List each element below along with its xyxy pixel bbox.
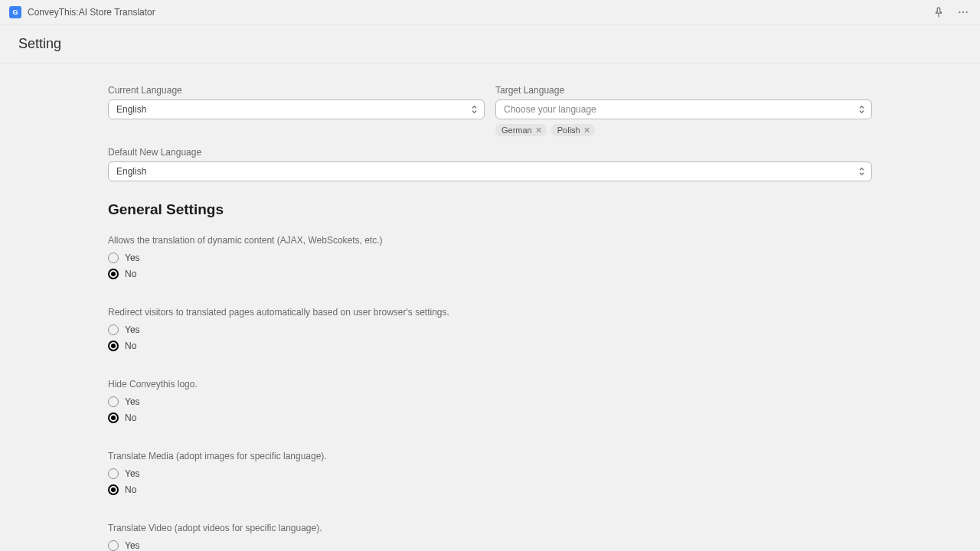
general-settings-heading: General Settings xyxy=(108,201,872,218)
radio-icon xyxy=(108,324,119,335)
chevron-sort-icon xyxy=(471,105,478,114)
setting-group: Translate Video (adopt videos for specif… xyxy=(108,523,872,551)
radio-label: No xyxy=(125,484,136,495)
radio-option[interactable]: Yes xyxy=(108,396,872,407)
language-tag: Polish✕ xyxy=(551,124,595,136)
more-icon[interactable] xyxy=(956,5,971,20)
current-language-label: Current Language xyxy=(108,85,485,96)
radio-option[interactable]: No xyxy=(108,341,872,351)
setting-label: Hide Conveythis logo. xyxy=(108,379,872,390)
default-new-language-value: English xyxy=(116,166,146,177)
radio-icon xyxy=(108,341,119,351)
setting-group: Allows the translation of dynamic conten… xyxy=(108,235,872,279)
language-tag: German✕ xyxy=(495,124,547,136)
radio-label: Yes xyxy=(125,253,140,263)
target-language-placeholder: Choose your language xyxy=(504,104,596,115)
app-title: ConveyThis:AI Store Translator xyxy=(28,7,155,18)
default-new-language-select[interactable]: English xyxy=(108,161,872,181)
radio-label: No xyxy=(125,341,136,351)
radio-icon xyxy=(108,540,119,551)
setting-label: Translate Media (adopt images for specif… xyxy=(108,451,872,461)
radio-option[interactable]: No xyxy=(108,484,872,495)
setting-label: Allows the translation of dynamic conten… xyxy=(108,235,872,246)
radio-label: No xyxy=(125,269,136,279)
content-area: Current Language English Target Language… xyxy=(108,64,872,551)
svg-point-0 xyxy=(959,11,960,13)
radio-option[interactable]: Yes xyxy=(108,324,872,335)
setting-group: Translate Media (adopt images for specif… xyxy=(108,451,872,495)
radio-icon xyxy=(108,484,119,495)
page-title: Setting xyxy=(18,36,962,52)
target-language-label: Target Language xyxy=(495,85,872,96)
setting-label: Translate Video (adopt videos for specif… xyxy=(108,523,872,533)
radio-label: Yes xyxy=(125,540,140,551)
radio-option[interactable]: No xyxy=(108,412,872,423)
setting-group: Redirect visitors to translated pages au… xyxy=(108,307,872,351)
radio-label: Yes xyxy=(125,324,140,335)
page-header: Setting xyxy=(0,25,980,64)
target-language-tags: German✕Polish✕ xyxy=(495,124,872,136)
radio-option[interactable]: No xyxy=(108,269,872,279)
language-tag-label: Polish xyxy=(557,126,580,135)
radio-icon xyxy=(108,468,119,479)
top-bar: G ConveyThis:AI Store Translator xyxy=(0,0,980,25)
radio-label: Yes xyxy=(125,468,140,479)
radio-option[interactable]: Yes xyxy=(108,540,872,551)
current-language-select[interactable]: English xyxy=(108,99,485,119)
chevron-sort-icon xyxy=(858,167,865,176)
target-language-select[interactable]: Choose your language xyxy=(495,99,872,119)
default-new-language-label: Default New Language xyxy=(108,147,872,158)
close-icon[interactable]: ✕ xyxy=(535,126,542,135)
radio-icon xyxy=(108,396,119,407)
radio-icon xyxy=(108,253,119,263)
radio-label: Yes xyxy=(125,396,140,407)
setting-label: Redirect visitors to translated pages au… xyxy=(108,307,872,318)
setting-group: Hide Conveythis logo.YesNo xyxy=(108,379,872,423)
close-icon[interactable]: ✕ xyxy=(583,126,590,135)
radio-option[interactable]: Yes xyxy=(108,253,872,263)
chevron-sort-icon xyxy=(858,105,865,114)
svg-point-1 xyxy=(962,11,964,13)
radio-icon xyxy=(108,412,119,423)
svg-point-2 xyxy=(966,11,968,13)
current-language-value: English xyxy=(116,104,146,115)
radio-icon xyxy=(108,269,119,279)
radio-label: No xyxy=(125,412,136,423)
app-icon: G xyxy=(9,6,21,18)
pin-icon[interactable] xyxy=(931,5,946,20)
language-tag-label: German xyxy=(501,126,532,135)
radio-option[interactable]: Yes xyxy=(108,468,872,479)
